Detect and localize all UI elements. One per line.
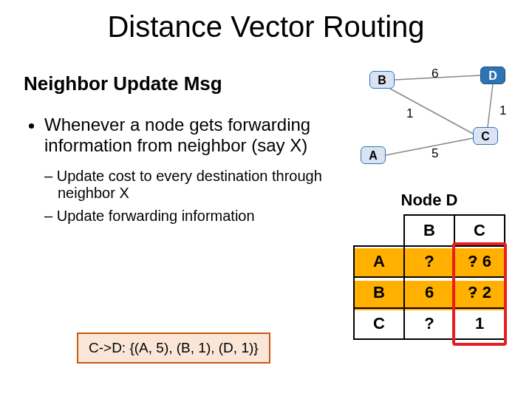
row-header-b: B — [354, 277, 404, 308]
slide-title: Distance Vector Routing — [0, 0, 532, 44]
cell-a-c: ? 6 — [454, 246, 505, 277]
cell-a-c-old: ? — [468, 252, 477, 270]
table-title: Node D — [353, 191, 505, 210]
distance-table-wrap: Node D B C A ? ? 6 B 6 ? — [353, 191, 505, 340]
col-header-b: B — [404, 215, 454, 246]
edge-label-ac: 5 — [432, 146, 438, 161]
node-d: D — [480, 66, 505, 84]
cell-c-b: ? — [404, 308, 454, 339]
section-subtitle: Neighbor Update Msg — [24, 72, 222, 95]
edge-label-cd: 1 — [499, 103, 506, 118]
sub-bullet-1: Update cost to every destination through… — [44, 168, 341, 202]
node-b: B — [369, 71, 395, 89]
cell-a-b: ? — [404, 246, 454, 277]
cell-b-c-new: 2 — [482, 283, 491, 301]
cell-b-c: ? 2 — [454, 277, 505, 308]
node-a: A — [361, 146, 386, 164]
row-header-a: A — [354, 246, 404, 277]
svg-line-3 — [386, 138, 473, 155]
network-graph: B D A C 6 1 1 5 — [355, 66, 517, 177]
node-c: C — [473, 127, 498, 145]
svg-line-2 — [488, 84, 493, 127]
main-bullet: Whenever a node gets forwarding informat… — [44, 115, 341, 156]
edge-label-bd: 6 — [432, 66, 438, 81]
sub-bullet-2: Update forwarding information — [44, 208, 341, 225]
corner-cell — [354, 215, 404, 246]
cell-a-c-new: 6 — [482, 252, 491, 270]
col-header-c: C — [454, 215, 505, 246]
cell-b-c-old: ? — [468, 283, 477, 301]
update-message-box: C->D: {(A, 5), (B, 1), (D, 1)} — [77, 332, 270, 364]
bullet-list: Whenever a node gets forwarding informat… — [24, 115, 341, 231]
cell-c-c: 1 — [454, 308, 505, 339]
distance-table: B C A ? ? 6 B 6 ? 2 C ? — [353, 214, 505, 340]
svg-line-1 — [390, 89, 474, 134]
edge-label-bc: 1 — [406, 106, 413, 121]
cell-b-b: 6 — [404, 277, 454, 308]
row-header-c: C — [354, 308, 404, 339]
